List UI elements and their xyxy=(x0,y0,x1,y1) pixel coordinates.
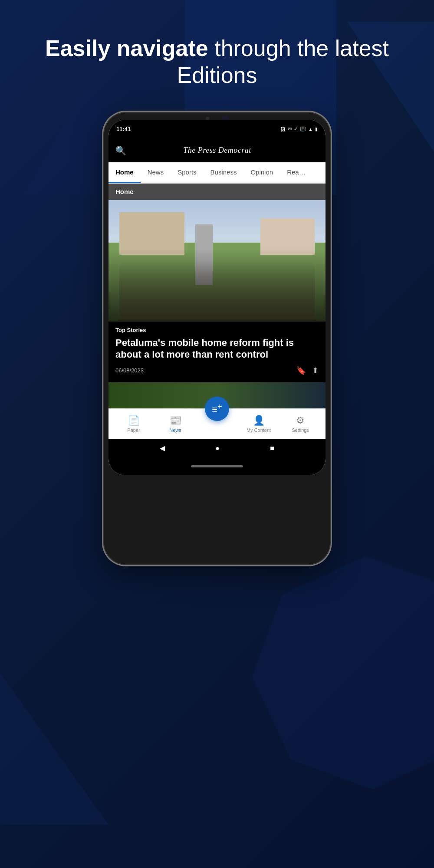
search-button[interactable]: 🔍 xyxy=(115,145,126,156)
article-date: 06/08/2023 xyxy=(115,367,144,374)
news-label: News xyxy=(169,427,181,433)
phone-mockup: 11:41 🖼 ✉ ✓ 📳 ▲ ▮ 🔍 The Press Democrat H… xyxy=(0,111,434,566)
article-card[interactable]: Top Stories Petaluma's mobile home refor… xyxy=(108,200,326,382)
status-photo-icon: 🖼 xyxy=(281,127,286,132)
status-battery-icon: ▮ xyxy=(315,126,318,132)
status-icons: 🖼 ✉ ✓ 📳 ▲ ▮ xyxy=(281,126,318,132)
article-category: Top Stories xyxy=(115,327,319,333)
phone-screen: 11:41 🖼 ✉ ✓ 📳 ▲ ▮ 🔍 The Press Democrat H… xyxy=(108,120,326,475)
article-overlay: Top Stories Petaluma's mobile home refor… xyxy=(108,322,326,382)
system-nav-bar: ◀ ● ■ xyxy=(108,439,326,458)
settings-icon: ⚙ xyxy=(296,415,305,426)
tab-sports[interactable]: Sports xyxy=(171,162,203,183)
my-content-icon: 👤 xyxy=(253,415,265,426)
tab-opinion[interactable]: Opinion xyxy=(243,162,280,183)
image-people xyxy=(119,261,315,322)
share-icon[interactable]: ⬆ xyxy=(312,366,319,375)
my-content-label: My Content xyxy=(247,427,271,433)
hero-title-normal: through the latest Editions xyxy=(177,36,389,88)
app-header: 🔍 The Press Democrat xyxy=(108,139,326,162)
hero-title-bold: Easily navigate xyxy=(45,36,208,61)
fab-button[interactable]: ≡+ xyxy=(205,397,229,421)
tab-business[interactable]: Business xyxy=(204,162,244,183)
tab-news[interactable]: News xyxy=(141,162,171,183)
nav-item-news[interactable]: 📰 News xyxy=(155,415,196,433)
article-meta: 06/08/2023 🔖 ⬆ xyxy=(115,366,319,375)
deco-triangle-2 xyxy=(0,673,108,825)
app-title: The Press Democrat xyxy=(183,146,251,155)
home-button[interactable]: ● xyxy=(215,444,220,452)
recents-button[interactable]: ■ xyxy=(270,444,274,452)
nav-tabs: Home News Sports Business Opinion Rea… xyxy=(108,162,326,184)
paper-label: Paper xyxy=(127,427,140,433)
nav-item-paper[interactable]: 📄 Paper xyxy=(113,415,155,433)
news-icon: 📰 xyxy=(170,415,181,426)
home-bar xyxy=(108,458,326,475)
tab-home[interactable]: Home xyxy=(108,162,141,183)
settings-label: Settings xyxy=(292,427,309,433)
back-button[interactable]: ◀ xyxy=(160,444,165,452)
article-title[interactable]: Petaluma's mobile home reform fight is a… xyxy=(115,337,319,361)
section-header: Home xyxy=(108,184,326,200)
phone-frame: 11:41 🖼 ✉ ✓ 📳 ▲ ▮ 🔍 The Press Democrat H… xyxy=(102,111,332,566)
section-label: Home xyxy=(115,188,134,195)
status-time: 11:41 xyxy=(116,126,131,132)
home-indicator xyxy=(191,465,243,467)
tab-real-estate[interactable]: Rea… xyxy=(280,162,312,183)
status-vibrate-icon: 📳 xyxy=(300,126,306,132)
hero-section: Easily navigate through the latest Editi… xyxy=(0,0,434,111)
fab-icon: ≡+ xyxy=(212,402,222,415)
paper-icon: 📄 xyxy=(128,415,140,426)
bookmark-icon[interactable]: 🔖 xyxy=(296,366,306,375)
nav-item-settings[interactable]: ⚙ Settings xyxy=(279,415,321,433)
article-image xyxy=(108,200,326,322)
status-email-icon: ✉ xyxy=(288,126,292,132)
status-bar: 11:41 🖼 ✉ ✓ 📳 ▲ ▮ xyxy=(108,120,326,139)
status-wifi-icon: ▲ xyxy=(308,127,313,132)
status-check-icon: ✓ xyxy=(294,126,298,132)
bottom-nav: ≡+ 📄 Paper 📰 News 👤 My Content ⚙ xyxy=(108,408,326,439)
nav-item-my-content[interactable]: 👤 My Content xyxy=(238,415,279,433)
article-actions: 🔖 ⬆ xyxy=(296,366,319,375)
